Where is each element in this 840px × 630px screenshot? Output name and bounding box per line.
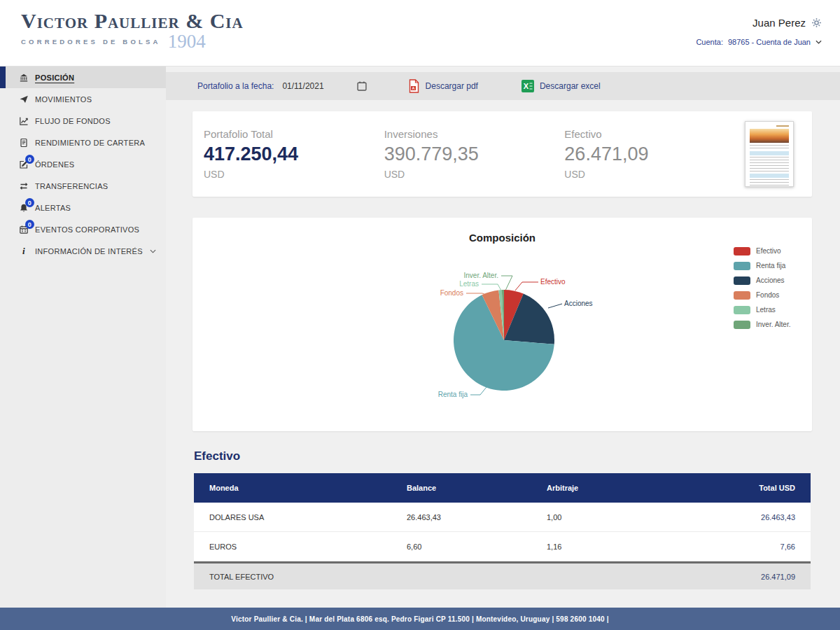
legend-swatch	[734, 306, 750, 314]
sidebar-item-alertas[interactable]: 0 ALERTAS	[0, 197, 166, 218]
cell-total-usd: 26.463,43	[671, 513, 811, 522]
table-total-row: TOTAL EFECTIVO 26.471,09	[194, 561, 811, 589]
report-document-thumbnail[interactable]	[745, 121, 794, 187]
company-name: Victor Paullier & Cia	[21, 10, 244, 32]
portfolio-toolbar: Portafolio a la fecha: 01/11/2021	[166, 72, 840, 100]
report-icon	[18, 137, 29, 148]
legend-item-letras[interactable]: Letras	[734, 302, 790, 317]
account-selector[interactable]: Cuenta: 98765 - Cuenta de Juan	[696, 38, 822, 46]
sidebar-item-movimientos[interactable]: MOVIMIENTOS	[0, 88, 166, 110]
header: Victor Paullier & Cia CORREDORES DE BOLS…	[0, 0, 840, 66]
main-content: Portafolio a la fecha: 01/11/2021	[166, 66, 840, 608]
app-window: Victor Paullier & Cia CORREDORES DE BOLS…	[0, 0, 840, 630]
summary-value: 390.779,35	[384, 144, 565, 165]
table-row: EUROS 6,60 1,16 7,66	[194, 532, 811, 561]
pdf-file-icon: A	[408, 79, 420, 93]
pie-label-acciones: Acciones	[564, 300, 593, 307]
pie-chart[interactable]	[192, 235, 812, 431]
sidebar-item-eventos-corporativos[interactable]: 0 EVENTOS CORPORATIVOS	[0, 218, 166, 240]
sidebar-item-label: POSICIÓN	[35, 74, 74, 82]
col-header-total-usd: Total USD	[671, 484, 811, 492]
thumb-text-lines	[750, 145, 789, 150]
cell-balance: 6,60	[391, 542, 531, 551]
summary-currency: USD	[564, 169, 745, 180]
summary-label: Efectivo	[564, 128, 745, 140]
sidebar-item-label: ALERTAS	[35, 204, 71, 212]
user-name: Juan Perez	[752, 17, 806, 29]
portfolio-date-value[interactable]: 01/11/2021	[282, 81, 323, 91]
sidebar-item-rendimiento-de-cartera[interactable]: RENDIMIENTO DE CARTERA	[0, 132, 166, 153]
company-tagline: CORREDORES DE BOLSA	[21, 38, 161, 50]
calendar-icon: 0	[18, 224, 29, 234]
sidebar: POSICIÓN MOVIMIENTOS F	[0, 66, 166, 608]
col-header-moneda: Moneda	[194, 484, 391, 492]
portfolio-date-label: Portafolio a la fecha:	[197, 81, 274, 91]
footer-text: Victor Paullier & Cia. | Mar del Plata 6…	[231, 615, 608, 623]
sidebar-item-label: RENDIMIENTO DE CARTERA	[35, 139, 145, 147]
sidebar-item-label: EVENTOS CORPORATIVOS	[35, 225, 139, 234]
legend-item-efectivo[interactable]: Efectivo	[734, 244, 790, 258]
cash-table: Moneda Balance Arbitraje Total USD DOLAR…	[194, 473, 811, 589]
legend-swatch	[734, 291, 750, 300]
summary-portfolio-total: Portafolio Total 417.250,44 USD	[204, 128, 384, 180]
chevron-down-icon	[816, 40, 822, 44]
sidebar-item-ordenes[interactable]: 0 ÓRDENES	[0, 153, 166, 175]
cell-arbitraje: 1,00	[531, 513, 671, 522]
legend-swatch	[734, 262, 750, 270]
cell-moneda: DOLARES USA	[194, 513, 391, 522]
legend-item-renta-fija[interactable]: Renta fija	[734, 258, 790, 273]
sidebar-item-transferencias[interactable]: TRANSFERENCIAS	[0, 175, 166, 197]
cell-moneda: EUROS	[194, 542, 391, 551]
summary-card: Portafolio Total 417.250,44 USD Inversio…	[192, 111, 812, 197]
sidebar-item-posicion[interactable]: POSICIÓN	[0, 66, 166, 88]
download-excel-label: Descargar excel	[540, 81, 601, 91]
svg-text:A: A	[412, 86, 414, 90]
sidebar-item-label: MOVIMIENTOS	[35, 95, 92, 104]
sidebar-item-informacion-de-interes[interactable]: i INFORMACIÓN DE INTERÉS	[0, 240, 166, 262]
legend-item-fondos[interactable]: Fondos	[734, 288, 790, 302]
composition-chart-card: Composición Efectivo Acciones Renta fija	[192, 218, 812, 431]
download-pdf-button[interactable]: A Descargar pdf	[408, 79, 478, 93]
account-label: Cuenta:	[696, 38, 723, 46]
bell-icon: 0	[18, 202, 29, 213]
legend-label: Renta fija	[756, 262, 785, 270]
legend-item-acciones[interactable]: Acciones	[734, 273, 790, 288]
download-excel-button[interactable]: X Descargar excel	[522, 80, 601, 92]
total-label: TOTAL EFECTIVO	[194, 573, 761, 581]
chart-line-icon	[18, 115, 29, 126]
svg-text:X: X	[524, 82, 529, 90]
sidebar-item-flujo-de-fondos[interactable]: FLUJO DE FONDOS	[0, 110, 166, 132]
summary-efectivo: Efectivo 26.471,09 USD	[564, 128, 745, 180]
sidebar-item-label: FLUJO DE FONDOS	[35, 117, 111, 125]
cell-total-usd: 7,66	[671, 542, 811, 551]
thumb-text-lines	[750, 179, 789, 186]
calendar-icon[interactable]	[356, 80, 368, 92]
gear-icon[interactable]	[811, 18, 822, 28]
legend-label: Efectivo	[756, 247, 781, 255]
thumb-city-image	[750, 129, 789, 143]
cash-table-header: Moneda Balance Arbitraje Total USD	[194, 473, 811, 503]
alerts-badge: 0	[25, 198, 34, 207]
cell-balance: 26.463,43	[391, 513, 531, 522]
thumb-highlight-band	[750, 151, 789, 155]
orders-badge: 0	[25, 155, 34, 164]
info-icon: i	[18, 246, 29, 256]
col-header-arbitraje: Arbitraje	[531, 484, 671, 492]
summary-currency: USD	[384, 169, 565, 180]
pie-label-fondos: Fondos	[440, 289, 463, 297]
company-logo[interactable]: Victor Paullier & Cia CORREDORES DE BOLS…	[21, 10, 244, 50]
cell-arbitraje: 1,16	[531, 542, 671, 551]
summary-value: 417.250,44	[204, 144, 384, 165]
legend-label: Fondos	[756, 291, 779, 299]
summary-value: 26.471,09	[564, 144, 745, 165]
legend-item-inver-alter[interactable]: Inver. Alter.	[734, 317, 790, 332]
transfer-icon	[18, 181, 29, 191]
pie-label-letras: Letras	[459, 280, 479, 288]
total-value: 26.471,09	[761, 573, 811, 581]
sidebar-item-label: INFORMACIÓN DE INTERÉS	[35, 247, 143, 255]
summary-inversiones: Inversiones 390.779,35 USD	[384, 128, 565, 180]
legend-swatch	[734, 276, 750, 285]
summary-label: Portafolio Total	[204, 128, 384, 140]
col-header-balance: Balance	[391, 484, 531, 492]
company-founding-year: 1904	[168, 33, 206, 50]
